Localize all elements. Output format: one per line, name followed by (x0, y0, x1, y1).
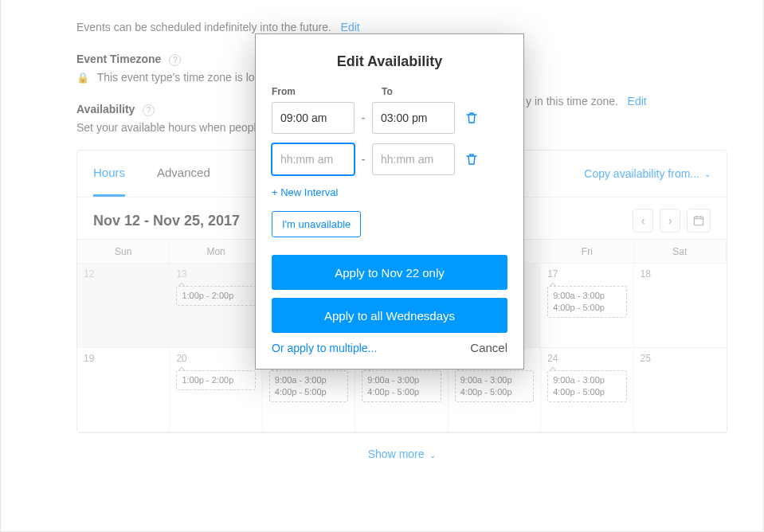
from-input-0[interactable] (272, 102, 355, 134)
day-number: 13 (176, 268, 255, 280)
date-nav: ‹ › (633, 209, 711, 233)
time-slot[interactable]: 9:00a - 3:00p4:00p - 5:00p (547, 370, 626, 402)
chevron-down-icon: ⌄ (427, 451, 436, 460)
delete-interval-1[interactable] (461, 149, 482, 170)
availability-heading-label: Availability (76, 103, 135, 115)
chevron-down-icon: ⌄ (704, 170, 711, 178)
day-cell: 12 (77, 264, 170, 348)
apply-recurring-button[interactable]: Apply to all Wednesdays (272, 298, 507, 333)
day-number: 12 (84, 268, 163, 280)
prev-week-button[interactable]: ‹ (633, 209, 653, 233)
timezone-locked-suffix: y in this time zone. Edit (526, 95, 647, 108)
day-number: 18 (641, 268, 720, 280)
lock-icon: 🔒 (76, 72, 89, 84)
dash-separator: - (361, 152, 366, 166)
indefinite-label: Events can be scheduled indefinitely int… (76, 21, 331, 33)
day-header: Mon (170, 240, 262, 264)
time-slot[interactable]: 9:00a - 3:00p4:00p - 5:00p (362, 370, 441, 402)
day-number: 17 (547, 268, 626, 280)
from-input-1[interactable] (272, 143, 355, 175)
time-row-1: - (272, 143, 507, 175)
day-header: Sat (634, 240, 727, 264)
time-slot[interactable]: 1:00p - 2:00p (176, 286, 255, 306)
modal-footer: Or apply to multiple... Cancel (272, 341, 507, 354)
help-icon[interactable]: ? (169, 54, 181, 66)
apply-multiple-link[interactable]: Or apply to multiple... (272, 342, 377, 354)
day-number: 19 (84, 353, 163, 364)
cancel-button[interactable]: Cancel (470, 341, 507, 354)
help-icon[interactable]: ? (143, 104, 155, 116)
day-number: 20 (176, 353, 255, 364)
dash-separator: - (361, 111, 366, 125)
to-input-1[interactable] (372, 143, 455, 175)
day-number: 24 (547, 353, 626, 364)
tabs: Hours Advanced (93, 151, 210, 197)
copy-availability-label: Copy availability from... (584, 167, 699, 180)
show-more-label: Show more (368, 448, 425, 460)
tab-hours[interactable]: Hours (93, 151, 125, 197)
next-week-button[interactable]: › (660, 209, 680, 233)
day-number: 25 (641, 353, 720, 364)
timezone-locked-prefix: This event type's time zone is locked (97, 71, 279, 84)
date-range: Nov 12 - Nov 25, 2017 (93, 213, 240, 229)
to-label: To (382, 86, 393, 97)
to-input-0[interactable] (372, 102, 455, 134)
time-slot[interactable]: 9:00a - 3:00p4:00p - 5:00p (547, 286, 626, 318)
delete-interval-0[interactable] (461, 108, 482, 128)
new-interval-link[interactable]: + New Interval (272, 186, 338, 198)
unavailable-button[interactable]: I'm unavailable (272, 211, 361, 237)
day-header: Fri (541, 240, 633, 264)
show-more-row: Show more ⌄ (76, 433, 727, 465)
calendar-button[interactable] (687, 209, 711, 233)
day-cell[interactable]: 18 (634, 264, 727, 348)
indefinite-edit-link[interactable]: Edit (341, 21, 360, 33)
day-cell[interactable]: 25 (634, 348, 727, 432)
svg-rect-0 (694, 217, 703, 225)
day-header: Sun (77, 240, 170, 264)
copy-availability-link[interactable]: Copy availability from... ⌄ (584, 167, 711, 180)
day-cell[interactable]: 201:00p - 2:00p (170, 348, 262, 432)
time-slot[interactable]: 1:00p - 2:00p (176, 370, 255, 390)
day-cell[interactable]: 19 (77, 348, 170, 432)
time-slot[interactable]: 9:00a - 3:00p4:00p - 5:00p (455, 370, 534, 402)
time-slot[interactable]: 9:00a - 3:00p4:00p - 5:00p (269, 370, 348, 402)
timezone-heading-label: Event Timezone (76, 53, 161, 65)
show-more-link[interactable]: Show more ⌄ (368, 448, 436, 460)
apply-single-button[interactable]: Apply to Nov 22 only (272, 255, 507, 290)
time-labels: From To (272, 86, 507, 97)
day-cell[interactable]: 249:00a - 3:00p4:00p - 5:00p (541, 348, 633, 432)
modal-title: Edit Availability (272, 53, 507, 70)
day-cell: 131:00p - 2:00p (170, 264, 262, 348)
tab-advanced[interactable]: Advanced (157, 151, 210, 197)
time-row-0: - (272, 102, 507, 134)
calendar-icon (693, 215, 704, 226)
trash-icon (466, 153, 477, 166)
indefinite-text: Events can be scheduled indefinitely int… (76, 21, 727, 33)
day-cell[interactable]: 179:00a - 3:00p4:00p - 5:00p (541, 264, 633, 348)
from-label: From (272, 86, 355, 97)
edit-availability-modal: Edit Availability From To - - + New Inte… (255, 33, 524, 370)
trash-icon (466, 111, 477, 124)
timezone-suffix-label: y in this time zone. (526, 95, 618, 108)
timezone-edit-link[interactable]: Edit (628, 95, 647, 108)
